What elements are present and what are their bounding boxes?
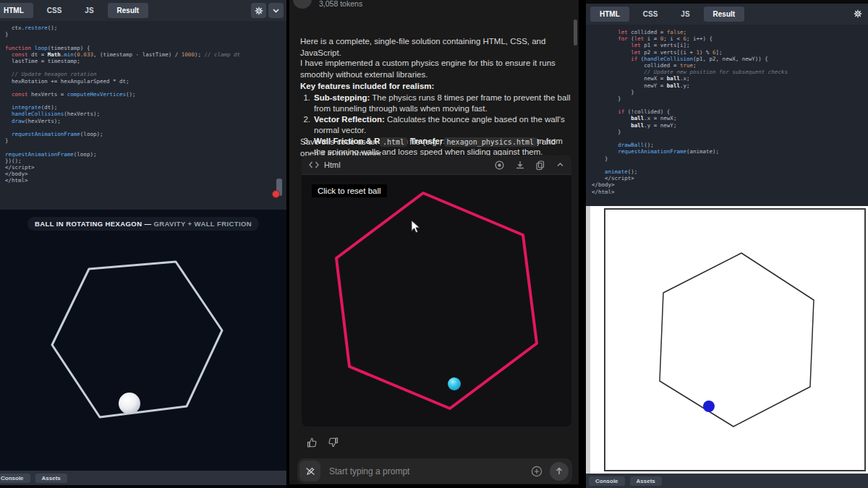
left-assets-tab[interactable]: Assets bbox=[35, 474, 67, 483]
code-line bbox=[5, 85, 286, 91]
right-editor-tabbar: HTMLCSSJSResult bbox=[586, 4, 868, 25]
code-line bbox=[5, 98, 286, 104]
preview-card-label: Html bbox=[324, 160, 341, 169]
right-assets-tab[interactable]: Assets bbox=[630, 476, 662, 486]
left-tab-result[interactable]: Result bbox=[108, 3, 149, 18]
left-footer-strip bbox=[0, 485, 286, 488]
right-tab-html[interactable]: HTML bbox=[590, 7, 629, 22]
gear-icon bbox=[255, 7, 263, 15]
code-line: </body> bbox=[5, 171, 286, 177]
ball bbox=[703, 401, 715, 412]
code-line: </script> bbox=[5, 164, 286, 171]
left-editor-panel: HTMLCSSJSResult ctx.restore();} function… bbox=[0, 0, 286, 488]
right-tab-js[interactable]: JS bbox=[671, 7, 699, 22]
arrow-up-icon bbox=[555, 467, 563, 476]
code-line: ball.x = newX; bbox=[592, 115, 868, 121]
code-line: hexRotation += hexAngularSpeed * dt; bbox=[5, 78, 286, 85]
left-preview-title: BALL IN ROTATING HEXAGON — GRAVITY + WAL… bbox=[27, 217, 259, 231]
left-result-preview: BALL IN ROTATING HEXAGON — GRAVITY + WAL… bbox=[0, 210, 286, 471]
send-button[interactable] bbox=[550, 462, 569, 481]
code-line: } bbox=[592, 129, 868, 135]
html-preview-card: Html Click bbox=[302, 155, 571, 427]
code-line: lastTime = timestamp; bbox=[5, 58, 286, 64]
code-line bbox=[592, 135, 868, 142]
tokens-row: 3,058 tokens bbox=[293, 0, 362, 9]
code-line: function loop(timestamp) { bbox=[5, 45, 286, 51]
settings-button[interactable] bbox=[850, 6, 865, 21]
reset-ball-button[interactable]: Click to reset ball bbox=[312, 184, 387, 197]
error-badge[interactable] bbox=[272, 190, 280, 198]
hexagon-outline bbox=[336, 193, 537, 408]
code-line: } bbox=[592, 155, 868, 162]
code-brackets-icon bbox=[309, 161, 319, 168]
right-hexagon-canvas[interactable] bbox=[605, 210, 864, 470]
right-editor-toolbar bbox=[850, 6, 865, 21]
left-tab-css[interactable]: CSS bbox=[38, 3, 72, 18]
token-count: 3,058 tokens bbox=[319, 0, 362, 8]
code-line: drawBall(); bbox=[592, 142, 868, 148]
app-window: HTMLCSSJSResult ctx.restore();} function… bbox=[0, 0, 868, 488]
pen-mode-button[interactable] bbox=[299, 461, 320, 481]
settings-button[interactable] bbox=[251, 3, 266, 18]
thumbs-down-icon[interactable] bbox=[328, 437, 339, 448]
code-line: } bbox=[5, 31, 286, 38]
left-editor-footer: ConsoleAssets bbox=[0, 471, 286, 485]
copy-icon[interactable] bbox=[536, 160, 545, 170]
code-line: if (handleCollision(p1, p2, newX, newY))… bbox=[592, 56, 868, 62]
right-result-preview bbox=[586, 206, 868, 474]
inline-code-html: .html bbox=[380, 137, 407, 147]
download-icon[interactable] bbox=[516, 160, 524, 170]
code-line bbox=[5, 64, 286, 71]
left-editor-toolbar bbox=[251, 3, 284, 18]
code-line: } bbox=[592, 95, 868, 102]
code-line bbox=[592, 162, 868, 168]
code-line: </html> bbox=[592, 189, 868, 195]
ball bbox=[448, 377, 461, 390]
chat-scrollbar[interactable] bbox=[574, 20, 577, 46]
avatar bbox=[293, 0, 312, 9]
left-console-tab[interactable]: Console bbox=[0, 474, 30, 483]
code-line: requestAnimationFrame(loop); bbox=[5, 131, 286, 137]
code-line: })(); bbox=[5, 158, 286, 164]
chevron-up-icon[interactable] bbox=[556, 162, 564, 168]
code-line: for (let i = 0; i < 6; i++) { bbox=[592, 35, 868, 42]
right-tab-result[interactable]: Result bbox=[704, 7, 745, 22]
code-line: // Update new position for subsequent ch… bbox=[592, 69, 868, 75]
code-line: newY = ball.y; bbox=[592, 82, 868, 89]
feature-item: 2.Vector Reflection: Calculates the boun… bbox=[300, 114, 571, 135]
gear-icon bbox=[854, 9, 862, 18]
code-line: draw(hexVerts); bbox=[5, 118, 286, 124]
right-console-tab[interactable]: Console bbox=[589, 476, 625, 486]
code-line: ball.y = newY; bbox=[592, 122, 868, 129]
left-tab-js[interactable]: JS bbox=[75, 3, 103, 18]
code-line: let collided = false; bbox=[592, 29, 868, 35]
collapse-editor-button[interactable] bbox=[268, 3, 284, 18]
code-line bbox=[5, 38, 286, 44]
code-line: } bbox=[592, 89, 868, 95]
right-tab-css[interactable]: CSS bbox=[634, 7, 668, 22]
feedback-row bbox=[307, 437, 339, 448]
left-hexagon-canvas[interactable] bbox=[0, 210, 286, 471]
mouse-cursor bbox=[411, 220, 422, 234]
right-editor-footer: ConsoleAssets bbox=[586, 474, 868, 488]
left-code-editor[interactable]: ctx.restore();} function loop(timestamp)… bbox=[0, 21, 286, 210]
prompt-input[interactable] bbox=[329, 466, 531, 476]
thumbs-up-icon[interactable] bbox=[307, 437, 317, 448]
attach-plus-icon[interactable] bbox=[531, 466, 542, 477]
code-line: if (!collided) { bbox=[592, 108, 868, 115]
code-line: newX = ball.x; bbox=[592, 75, 868, 82]
right-preview-scrollbar[interactable] bbox=[586, 206, 590, 474]
code-line: </body> bbox=[592, 181, 868, 188]
right-code-editor[interactable]: let collided = false; for (let i = 0; i … bbox=[586, 25, 868, 206]
ball bbox=[119, 393, 140, 414]
code-line: </script> bbox=[592, 175, 868, 181]
middle-hexagon-canvas[interactable] bbox=[302, 175, 571, 427]
run-toggle-icon[interactable] bbox=[495, 160, 504, 170]
code-line: // Update hexagon rotation bbox=[5, 71, 286, 77]
assistant-message-intro: Here is a complete, single-file solution… bbox=[300, 36, 569, 59]
left-tab-html[interactable]: HTML bbox=[0, 3, 33, 18]
right-editor-panel: HTMLCSSJSResult let collided = false; fo… bbox=[586, 0, 868, 488]
chat-panel: 3,058 tokens Here is a complete, single-… bbox=[289, 0, 579, 484]
preview-card-body: Click to reset ball bbox=[302, 175, 571, 427]
hexagon-outline bbox=[52, 262, 222, 417]
